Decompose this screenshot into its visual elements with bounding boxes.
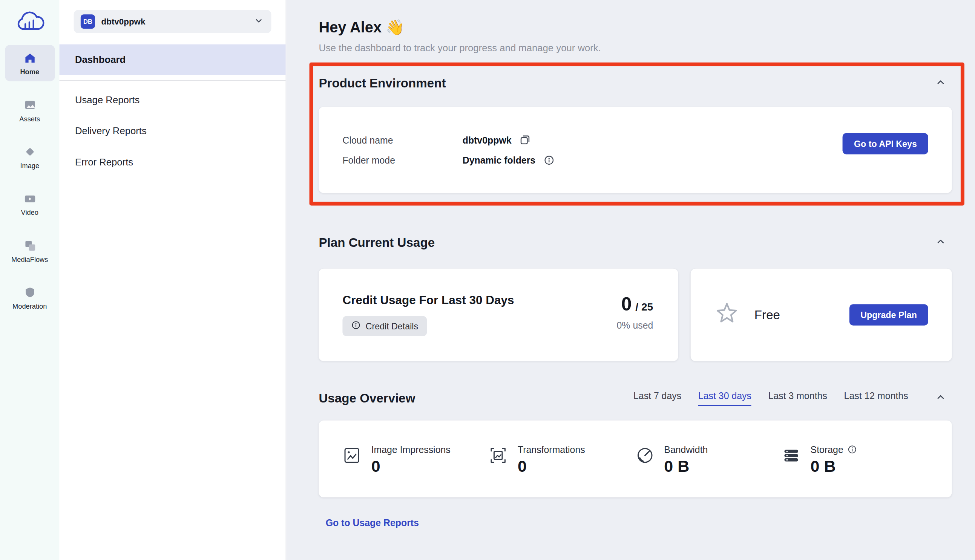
metric-value: 0 B xyxy=(664,457,708,476)
time-range-tabs: Last 7 days Last 30 days Last 3 months L… xyxy=(633,390,908,406)
environment-badge: DB xyxy=(81,14,95,28)
collapse-plan-usage-button[interactable] xyxy=(932,233,949,252)
metric-value: 0 xyxy=(518,457,585,476)
transformations-icon xyxy=(489,446,508,465)
nav-item-usage-reports[interactable]: Usage Reports xyxy=(59,84,285,116)
chevron-up-icon xyxy=(934,235,947,250)
metric-value: 0 B xyxy=(811,457,857,476)
credits-percent-used: 0% used xyxy=(617,320,653,330)
upgrade-plan-button[interactable]: Upgrade Plan xyxy=(849,304,928,325)
section-title-product-environment: Product Environment xyxy=(319,76,932,90)
tab-last-30-days[interactable]: Last 30 days xyxy=(698,390,751,406)
moderation-icon xyxy=(23,285,37,299)
usage-metrics-card: Image Impressions 0 Transformations 0 xyxy=(319,420,952,497)
assets-icon xyxy=(23,98,37,111)
nav-item-delivery-reports[interactable]: Delivery Reports xyxy=(59,116,285,147)
plan-card: Free Upgrade Plan xyxy=(691,269,952,361)
metric-label: Image Impressions xyxy=(371,444,451,455)
info-icon[interactable] xyxy=(544,155,554,165)
credit-details-label: Credit Details xyxy=(366,321,418,331)
cloud-name-row: Cloud name dbtv0ppwk xyxy=(342,133,843,147)
credits-used-value: 0 xyxy=(621,293,632,315)
rail-item-label: MediaFlows xyxy=(11,255,48,263)
cloud-name-label: Cloud name xyxy=(342,135,462,145)
rail-item-assets[interactable]: Assets xyxy=(5,92,55,128)
image-icon xyxy=(23,145,37,158)
home-icon xyxy=(23,51,37,65)
metric-label: Transformations xyxy=(518,444,585,455)
product-environment-card: Cloud name dbtv0ppwk Folder mode Dynamic… xyxy=(319,107,952,193)
rail-item-label: Assets xyxy=(19,115,40,122)
rail-item-label: Home xyxy=(20,68,39,75)
rail-item-moderation[interactable]: Moderation xyxy=(5,279,55,315)
rail-item-video[interactable]: Video xyxy=(5,185,55,222)
folder-mode-label: Folder mode xyxy=(342,155,462,165)
rail-item-mediaflows[interactable]: MediaFlows xyxy=(5,233,55,269)
rail-item-home[interactable]: Home xyxy=(5,45,55,81)
video-icon xyxy=(23,192,37,205)
chevron-down-icon xyxy=(253,15,264,28)
rail-item-image[interactable]: Image xyxy=(5,139,55,175)
star-icon xyxy=(715,301,740,328)
divider xyxy=(59,80,285,81)
metric-value: 0 xyxy=(371,457,451,476)
credit-fraction: 0 / 25 xyxy=(617,293,653,315)
usage-overview-section: Usage Overview Last 7 days Last 30 days … xyxy=(319,388,952,528)
metric-label: Storage xyxy=(811,444,843,455)
plan-name: Free xyxy=(755,308,780,322)
credit-usage-title: Credit Usage For Last 30 Days xyxy=(342,293,514,307)
chevron-up-icon xyxy=(934,391,947,405)
image-impressions-icon xyxy=(342,446,361,465)
tab-last-7-days[interactable]: Last 7 days xyxy=(633,390,681,406)
environment-selector[interactable]: DB dbtv0ppwk xyxy=(74,10,272,33)
storage-icon xyxy=(781,446,800,465)
folder-mode-value: Dynamic folders xyxy=(462,155,535,165)
greeting-heading: Hey Alex 👋 xyxy=(319,19,952,36)
collapse-product-environment-button[interactable] xyxy=(932,74,949,93)
cloudinary-logo-icon[interactable] xyxy=(15,10,44,35)
nav-item-dashboard[interactable]: Dashboard xyxy=(59,45,285,75)
metric-storage: Storage 0 B xyxy=(781,444,928,476)
metric-label: Bandwidth xyxy=(664,444,708,455)
plan-current-usage-section: Plan Current Usage Credit Usage For Last… xyxy=(319,233,952,361)
go-to-usage-reports-link[interactable]: Go to Usage Reports xyxy=(326,517,419,528)
credit-details-button[interactable]: Credit Details xyxy=(342,316,427,336)
product-rail: Home Assets Image Video MediaFlows xyxy=(0,0,59,560)
tab-last-3-months[interactable]: Last 3 months xyxy=(768,390,827,406)
app-window: Home Assets Image Video MediaFlows xyxy=(0,0,975,560)
info-icon xyxy=(351,320,361,332)
cloud-name-value: dbtv0ppwk xyxy=(462,135,512,145)
metric-transformations: Transformations 0 xyxy=(489,444,635,476)
nav-item-error-reports[interactable]: Error Reports xyxy=(59,147,285,178)
metric-image-impressions: Image Impressions 0 xyxy=(342,444,489,476)
section-title-usage-overview: Usage Overview xyxy=(319,391,633,405)
section-title-plan-usage: Plan Current Usage xyxy=(319,235,932,250)
go-to-api-keys-button[interactable]: Go to API Keys xyxy=(843,133,928,154)
credits-total-value: / 25 xyxy=(635,301,653,313)
dashboard-sidebar: DB dbtv0ppwk Dashboard Usage Reports Del… xyxy=(59,0,286,560)
chevron-up-icon xyxy=(934,76,947,90)
info-icon[interactable] xyxy=(848,445,857,454)
metric-bandwidth: Bandwidth 0 B xyxy=(635,444,781,476)
rail-item-label: Video xyxy=(21,208,38,216)
rail-item-label: Moderation xyxy=(12,302,47,309)
copy-icon[interactable] xyxy=(519,134,531,145)
collapse-usage-overview-button[interactable] xyxy=(932,388,949,408)
credit-usage-card: Credit Usage For Last 30 Days Credit Det… xyxy=(319,269,678,361)
tab-last-12-months[interactable]: Last 12 months xyxy=(844,390,908,406)
product-environment-section: Product Environment Cloud name dbtv0ppwk xyxy=(309,63,965,206)
bandwidth-icon xyxy=(635,446,654,465)
greeting-subtitle: Use the dashboard to track your progress… xyxy=(319,43,952,54)
main-content: Hey Alex 👋 Use the dashboard to track yo… xyxy=(286,0,975,560)
rail-item-label: Image xyxy=(20,162,39,169)
folder-mode-row: Folder mode Dynamic folders xyxy=(342,153,843,167)
mediaflows-icon xyxy=(23,238,37,252)
environment-name: dbtv0ppwk xyxy=(102,17,247,27)
